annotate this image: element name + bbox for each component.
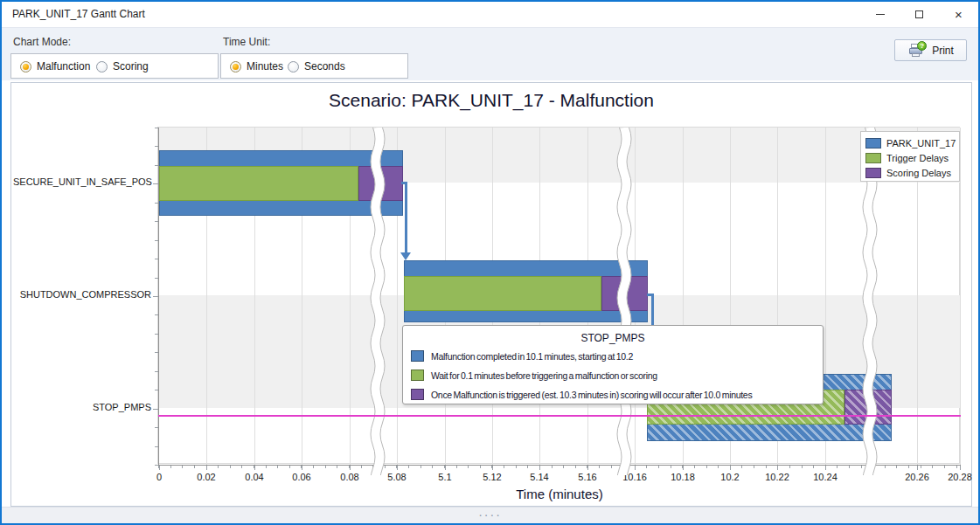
y-category-label: STOP_PMPS [13,402,151,412]
x-axis-minor-tick [754,466,754,468]
legend-item[interactable]: Scoring Delays [865,165,959,180]
y-axis-tick [155,314,158,315]
x-axis-minor-tick [825,466,826,468]
x-axis-minor-tick [849,466,850,468]
x-tick-label: 0.04 [231,472,278,482]
x-tick-label: 5.12 [469,472,516,482]
x-axis-minor-tick [170,466,171,468]
plot-area: 00.020.040.060.085.085.15.125.145.1610.1… [157,127,960,464]
y-axis-tick [153,296,158,297]
x-axis-minor-tick [896,466,897,468]
x-axis-minor-tick [266,466,267,468]
x-axis-minor-tick [301,466,302,468]
x-axis-minor-tick [872,466,873,468]
bar-scoring-delay-secure-unit-in-safe-pos[interactable] [358,166,403,201]
x-axis-major-tick [254,466,255,470]
legend-swatch-scoring-delays [865,168,881,178]
x-axis-minor-tick [337,466,337,468]
bar-scoring-delay-shutdown-compressor[interactable] [601,276,648,311]
x-axis-minor-tick [539,466,540,468]
x-tick-label: 5.1 [421,472,469,482]
x-axis-minor-tick [552,466,553,468]
radio-option-scoring[interactable]: Scoring [96,60,149,73]
close-button[interactable]: × [939,2,978,27]
x-tick-label: 0.06 [278,472,325,482]
x-axis-minor-tick [241,466,242,468]
app-window: PARK_UNIT_17 Gantt Chart × Chart Mode: M… [0,0,980,525]
maximize-icon [915,10,923,18]
tooltip-row: Once Malfunction is triggered (est. 10.3… [411,389,752,400]
x-axis-minor-tick [766,466,767,468]
y-axis-tick [155,128,158,128]
y-axis-tick [155,203,158,204]
x-axis-major-tick [917,466,918,470]
x-axis-line [158,465,961,466]
radio-option-malfunction[interactable]: Malfunction [20,60,90,73]
x-axis-minor-tick [587,466,587,468]
x-axis-title: Time (minutes) [158,487,961,501]
x-axis-minor-tick [694,466,695,468]
minimize-button[interactable] [860,2,900,27]
radio-seconds-icon[interactable] [288,61,299,73]
x-axis-minor-tick [491,466,492,468]
x-axis-minor-tick [789,466,790,468]
y-axis-tick [155,165,158,166]
x-axis-minor-tick [575,466,576,468]
x-axis-minor-tick [468,466,469,468]
tooltip-swatch-trigger [411,370,424,381]
y-axis-tick [155,427,158,428]
x-tick-label: 10.18 [659,472,706,482]
printer-icon [907,43,925,58]
x-tick-label: 10.24 [802,472,849,482]
window-controls: × [860,2,978,27]
x-axis-minor-tick [313,466,314,468]
tooltip-row: Wait for 0.1 minutes before triggering a… [411,370,657,381]
maximize-button[interactable] [900,2,939,27]
x-axis-major-tick [445,466,446,470]
y-axis-tick [155,221,158,222]
legend-label: Scoring Delays [886,168,951,178]
x-tick-label: 10.2 [706,472,754,482]
x-axis-minor-tick [932,466,933,468]
y-axis-tick [155,446,158,447]
radio-malfunction-icon[interactable] [20,61,31,73]
x-axis-minor-tick [635,466,636,468]
legend-item[interactable]: Trigger Delays [865,150,959,165]
x-axis-minor-tick [658,466,659,468]
y-axis-tick [155,390,158,390]
x-axis-minor-tick [396,466,397,468]
x-axis-minor-tick [325,466,326,468]
y-axis-tick [155,371,158,372]
bar-trigger-delay-shutdown-compressor[interactable] [404,276,601,311]
radio-option-minutes[interactable]: Minutes [230,60,283,73]
radio-minutes-icon[interactable] [230,61,241,73]
y-category-label: SECURE_UNIT_IN_SAFE_POS [13,176,151,187]
x-axis-minor-tick [646,466,647,468]
x-axis-major-tick [350,466,351,470]
x-tick-label: 0 [136,472,183,482]
legend-swatch-trigger-delays [865,153,881,163]
y-axis-tick [153,409,158,410]
y-axis-tick [155,334,158,335]
x-axis-minor-tick [611,466,612,468]
x-axis-minor-tick [408,466,409,468]
radio-option-seconds[interactable]: Seconds [288,60,345,73]
x-tick-label: 10.16 [611,472,658,482]
x-axis-minor-tick [277,466,278,468]
time-unit-label: Time Unit: [223,36,270,48]
print-button[interactable]: Print [894,39,967,61]
time-unit-group: Minutes Seconds [220,53,408,79]
dependency-arrow [651,294,654,325]
x-axis-minor-tick [527,466,528,468]
chart-mode-group: Malfunction Scoring [10,53,219,79]
legend-item[interactable]: PARK_UNIT_17 [865,135,959,150]
bar-scoring-delay-stop-pmps[interactable] [844,390,892,425]
y-axis-tick [155,146,158,147]
y-axis-tick [155,259,158,259]
bar-trigger-delay-secure-unit-in-safe-pos[interactable] [159,166,358,201]
x-axis-minor-tick [372,466,373,468]
radio-scoring-icon[interactable] [96,61,108,73]
x-axis-minor-tick [622,466,623,468]
tooltip-text: Wait for 0.1 minutes before triggering a… [431,370,657,381]
resize-grip[interactable]: ···· [478,508,502,521]
